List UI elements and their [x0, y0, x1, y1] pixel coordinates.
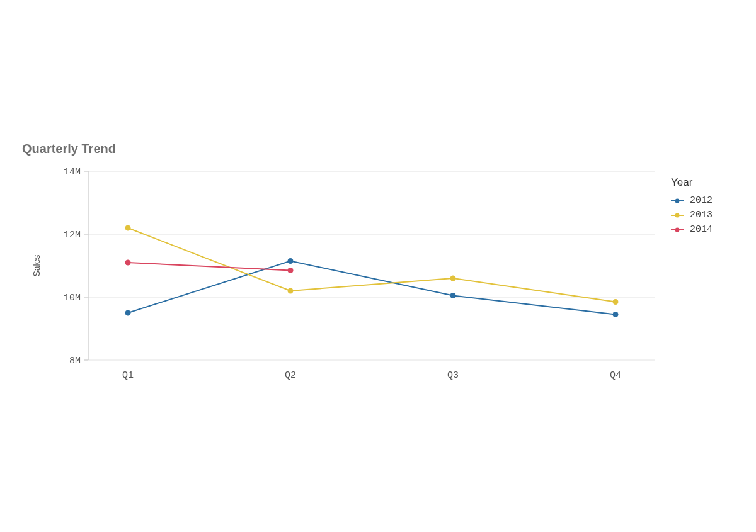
chart-container: Quarterly Trend 8M10M12M14MQ1Q2Q3Q4Sales…	[22, 142, 734, 392]
series-point-2012[interactable]	[125, 310, 131, 316]
series-point-2014[interactable]	[288, 268, 294, 273]
x-tick-label: Q3	[447, 370, 459, 381]
series-point-2013[interactable]	[288, 288, 294, 294]
series-point-2014[interactable]	[125, 260, 131, 266]
y-axis-title: Sales	[32, 254, 42, 276]
legend-title: Year	[671, 176, 713, 189]
y-tick-label: 10M	[64, 293, 81, 303]
series-point-2012[interactable]	[450, 293, 456, 298]
series-point-2012[interactable]	[613, 312, 619, 317]
legend-item-2012[interactable]: 2012	[671, 195, 713, 206]
legend-swatch-icon	[671, 200, 684, 201]
series-point-2013[interactable]	[450, 276, 456, 281]
chart-title: Quarterly Trend	[22, 142, 734, 156]
y-tick-label: 12M	[64, 230, 81, 241]
legend-swatch-icon	[671, 229, 684, 230]
series-line-2013	[128, 228, 616, 302]
legend-item-label: 2013	[690, 210, 713, 220]
series-line-2014	[128, 263, 290, 271]
legend-items: 201220132014	[671, 195, 713, 235]
series-point-2012[interactable]	[288, 258, 294, 264]
legend: Year 201220132014	[671, 176, 713, 239]
legend-item-label: 2012	[690, 195, 713, 206]
legend-item-2014[interactable]: 2014	[671, 224, 713, 235]
chart-plot: 8M10M12M14MQ1Q2Q3Q4Sales	[22, 165, 658, 392]
legend-item-2013[interactable]: 2013	[671, 210, 713, 220]
x-tick-label: Q4	[610, 370, 621, 381]
y-tick-label: 14M	[64, 167, 81, 178]
y-tick-label: 8M	[69, 356, 81, 366]
series-line-2012	[128, 261, 616, 315]
x-tick-label: Q1	[122, 370, 134, 381]
legend-swatch-icon	[671, 215, 684, 216]
series-point-2013[interactable]	[125, 225, 131, 231]
legend-item-label: 2014	[690, 224, 713, 235]
x-tick-label: Q2	[285, 370, 296, 381]
series-point-2013[interactable]	[613, 299, 619, 305]
chart-body: 8M10M12M14MQ1Q2Q3Q4Sales Year 2012201320…	[22, 165, 734, 392]
